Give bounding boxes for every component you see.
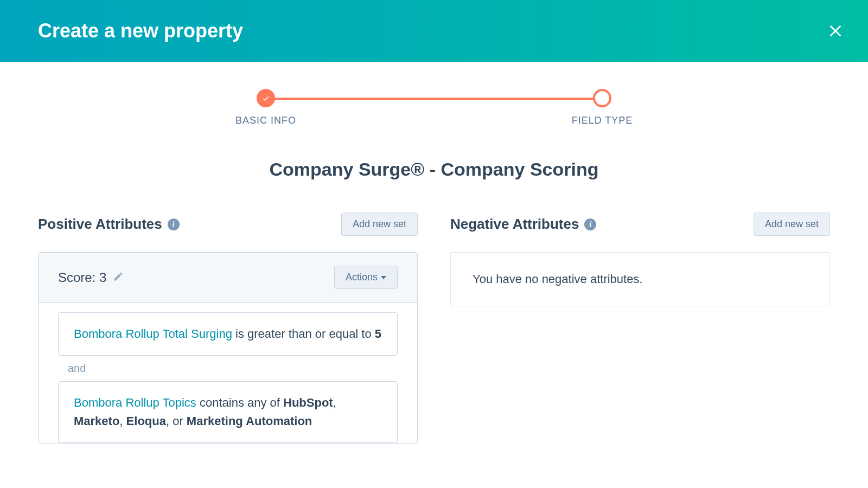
rule-value: Eloqua <box>126 414 166 428</box>
step-field-type[interactable]: FIELD TYPE <box>570 89 635 126</box>
positive-attributes-title: Positive Attributes i <box>38 216 180 233</box>
stepper-line <box>274 98 594 100</box>
add-new-set-button[interactable]: Add new set <box>341 213 418 236</box>
rule-item[interactable]: Bombora Rollup Total Surging is greater … <box>58 312 398 356</box>
rule-value: Marketo <box>74 414 119 428</box>
empty-state-text: You have no negative attributes. <box>473 272 643 286</box>
rule-value: 5 <box>375 327 381 341</box>
property-name-title: Company Surge® - Company Scoring <box>0 159 868 180</box>
step-basic-info[interactable]: BASIC INFO <box>233 89 298 126</box>
negative-attributes-title: Negative Attributes i <box>450 216 596 233</box>
rules-list: Bombora Rollup Total Surging is greater … <box>39 303 417 443</box>
rule-item[interactable]: Bombora Rollup Topics contains any of Hu… <box>58 381 398 443</box>
pencil-icon[interactable] <box>113 270 124 285</box>
check-icon <box>257 89 275 107</box>
stepper: BASIC INFO FIELD TYPE <box>0 89 868 126</box>
negative-attributes-column: Negative Attributes i Add new set You ha… <box>450 213 830 444</box>
modal-title: Create a new property <box>38 20 243 42</box>
info-icon[interactable]: i <box>168 219 180 230</box>
add-new-set-button[interactable]: Add new set <box>754 213 830 236</box>
chevron-down-icon <box>381 276 386 279</box>
rule-value: Marketing Automation <box>187 414 312 428</box>
step-label: BASIC INFO <box>235 115 296 126</box>
rule-property: Bombora Rollup Total Surging <box>74 327 232 341</box>
rule-property: Bombora Rollup Topics <box>74 396 196 409</box>
empty-state-card: You have no negative attributes. <box>450 252 830 306</box>
rule-joiner: and <box>58 356 398 381</box>
info-icon[interactable]: i <box>584 219 596 230</box>
step-label: FIELD TYPE <box>572 115 633 126</box>
rule-operator: contains any of <box>196 396 283 409</box>
attribute-set-card: Score: 3 Actions Bombora Rollup Total Su… <box>38 252 418 444</box>
rule-operator: is greater than or equal to <box>232 327 375 341</box>
positive-attributes-column: Positive Attributes i Add new set Score:… <box>38 213 418 444</box>
step-circle-icon <box>593 89 611 107</box>
score-label: Score: 3 <box>58 270 124 285</box>
modal-header: Create a new property <box>0 0 868 62</box>
attributes-columns: Positive Attributes i Add new set Score:… <box>0 213 868 444</box>
actions-button[interactable]: Actions <box>334 266 398 289</box>
rule-value: HubSpot <box>283 396 333 409</box>
close-icon[interactable] <box>825 20 846 42</box>
